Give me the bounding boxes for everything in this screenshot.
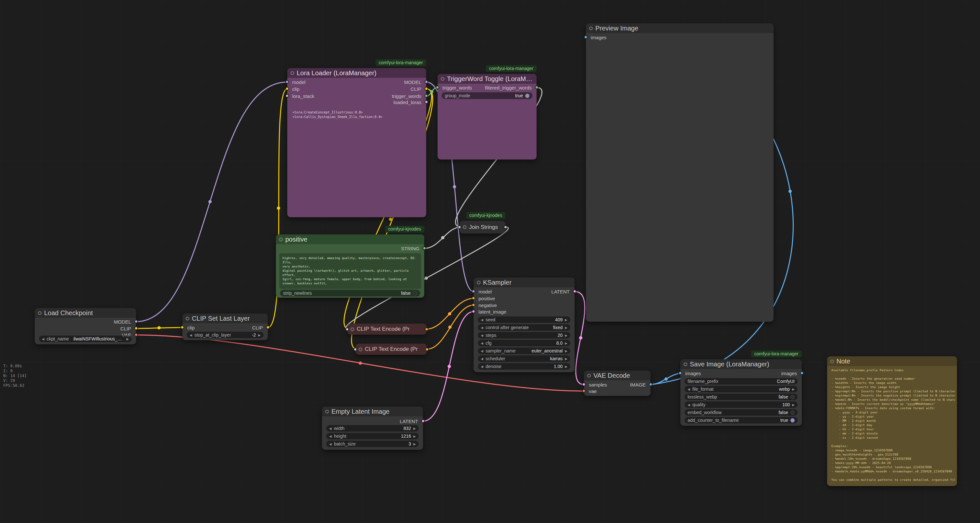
node-title-bar[interactable]: Preview Image bbox=[586, 23, 773, 33]
increment-arrow[interactable]: ▶ bbox=[258, 333, 261, 337]
widget-filename_prefix[interactable]: filename_prefixComfyUI bbox=[684, 378, 798, 385]
widget-value[interactable]: 3 bbox=[409, 441, 411, 447]
collapsed-output-port[interactable] bbox=[425, 347, 429, 351]
decrement-arrow[interactable]: ◀ bbox=[329, 434, 332, 438]
increment-arrow[interactable]: ▶ bbox=[413, 427, 416, 430]
widget-embed_workflow[interactable]: embed_workflowfalse bbox=[684, 409, 798, 416]
widget-value[interactable]: ComfyUI bbox=[777, 379, 795, 384]
widget-value[interactable]: ilwaiNSFWIllustrious_v110.s… bbox=[73, 336, 124, 341]
output-port-MODEL[interactable] bbox=[134, 320, 138, 323]
toggle-indicator[interactable] bbox=[413, 291, 417, 295]
output-port-IMAGE[interactable] bbox=[649, 383, 652, 386]
output-port-trigger_words[interactable] bbox=[425, 94, 428, 98]
toggle-indicator[interactable] bbox=[791, 418, 795, 423]
node-triggerword-toggle[interactable]: comfyui-lora-managerTriggerWord Toggle (… bbox=[438, 74, 536, 160]
output-port-loaded_loras[interactable] bbox=[425, 100, 428, 104]
input-port-images[interactable] bbox=[584, 35, 587, 39]
widget-ckpt_name[interactable]: ◀ckpt_nameilwaiNSFWIllustrious_v110.s…▶ bbox=[39, 335, 132, 342]
decrement-arrow[interactable]: ◀ bbox=[329, 442, 332, 446]
node-join-strings[interactable]: comfyui-kjnodesJoin Strings bbox=[460, 221, 506, 233]
toggle-indicator[interactable] bbox=[791, 410, 795, 415]
decrement-arrow[interactable]: ◀ bbox=[42, 337, 45, 341]
increment-arrow[interactable]: ▶ bbox=[565, 318, 568, 322]
collapsed-input-port[interactable] bbox=[345, 328, 349, 331]
decrement-arrow[interactable]: ◀ bbox=[481, 357, 484, 361]
node-title-bar[interactable]: Load Checkpoint bbox=[35, 308, 136, 318]
increment-arrow[interactable]: ▶ bbox=[565, 326, 568, 330]
node-clip-text-encode-negative[interactable]: CLIP Text Encode (Pr bbox=[355, 344, 427, 355]
widget-sampler_name[interactable]: ◀sampler_nameeuler_ancestral▶ bbox=[477, 347, 571, 354]
node-title-bar[interactable]: positive bbox=[276, 235, 424, 244]
collapsed-output-port[interactable] bbox=[425, 328, 428, 331]
input-port-negative[interactable] bbox=[472, 303, 475, 307]
widget-value[interactable]: false bbox=[778, 410, 788, 415]
increment-arrow[interactable]: ▶ bbox=[792, 387, 795, 391]
node-clip-text-encode-positive[interactable]: CLIP Text Encode (Pr bbox=[347, 323, 426, 334]
collapse-dot[interactable] bbox=[186, 317, 189, 320]
decrement-arrow[interactable]: ◀ bbox=[481, 349, 484, 353]
node-lora-loader[interactable]: comfyui-lora-managerLora Loader (LoraMan… bbox=[287, 68, 426, 217]
widget-stop_at_clip_layer[interactable]: ◀stop_at_clip_layer-2▶ bbox=[186, 331, 264, 339]
widget-control-after-generate[interactable]: ◀control after generatefixed▶ bbox=[477, 324, 571, 331]
widget-quality[interactable]: ◀quality100▶ bbox=[684, 401, 798, 408]
node-load-checkpoint[interactable]: Load CheckpointMODELCLIPVAE◀ckpt_nameilw… bbox=[35, 308, 136, 344]
node-title-bar[interactable]: VAE Decode bbox=[584, 371, 651, 380]
widget-file_format[interactable]: ◀file_formatwebp▶ bbox=[684, 385, 798, 393]
widget-scheduler[interactable]: ◀schedulerkarras▶ bbox=[477, 355, 571, 362]
collapse-dot[interactable] bbox=[38, 311, 41, 315]
output-port-CLIP[interactable] bbox=[134, 326, 138, 330]
widget-value[interactable]: euler_ancestral bbox=[532, 348, 563, 353]
widget-value[interactable]: -2 bbox=[252, 332, 256, 338]
decrement-arrow[interactable]: ◀ bbox=[687, 403, 690, 407]
decrement-arrow[interactable]: ◀ bbox=[481, 365, 484, 368]
widget-value[interactable]: false bbox=[778, 394, 788, 399]
widget-value[interactable]: 409 bbox=[555, 317, 563, 322]
collapse-dot[interactable] bbox=[351, 328, 354, 331]
prompt-textarea[interactable]: highres, very detailed, amazing quality,… bbox=[279, 253, 421, 289]
increment-arrow[interactable]: ▶ bbox=[792, 403, 795, 407]
node-title-bar[interactable]: Save Image (LoraManager) bbox=[680, 359, 802, 369]
node-clip-set-last-layer[interactable]: CLIP Set Last LayerclipCLIP◀stop_at_clip… bbox=[183, 314, 268, 340]
decrement-arrow[interactable]: ◀ bbox=[481, 334, 484, 337]
widget-value[interactable]: 20 bbox=[558, 333, 563, 338]
widget-lossless_webp[interactable]: lossless_webpfalse bbox=[684, 393, 798, 401]
collapse-dot[interactable] bbox=[463, 225, 466, 229]
widget-value[interactable]: true bbox=[780, 418, 788, 423]
output-port-filtered_trigger_words[interactable] bbox=[535, 86, 539, 89]
widget-add_counter_to_filename[interactable]: add_counter_to_filenametrue bbox=[684, 417, 798, 424]
node-graph-canvas[interactable]: Load CheckpointMODELCLIPVAE◀ckpt_nameilw… bbox=[0, 0, 980, 523]
collapsed-input-port[interactable] bbox=[353, 347, 357, 351]
input-port-positive[interactable] bbox=[472, 296, 475, 300]
increment-arrow[interactable]: ▶ bbox=[565, 357, 568, 361]
increment-arrow[interactable]: ▶ bbox=[126, 337, 129, 341]
node-title-bar[interactable]: Empty Latent Image bbox=[322, 407, 423, 416]
widget-batch_size[interactable]: ◀batch_size3▶ bbox=[326, 440, 419, 447]
note-text[interactable]: Available filename_prefix Pattern Codes … bbox=[831, 368, 955, 484]
node-ksampler[interactable]: KSamplermodelpositivenegativelatent_imag… bbox=[474, 277, 574, 372]
widget-value[interactable]: webp bbox=[779, 387, 790, 392]
node-empty-latent-image[interactable]: Empty Latent ImageLATENT◀width832▶◀heigh… bbox=[322, 407, 423, 450]
collapse-dot[interactable] bbox=[291, 71, 294, 75]
widget-steps[interactable]: ◀steps20▶ bbox=[477, 332, 571, 339]
decrement-arrow[interactable]: ◀ bbox=[481, 318, 484, 322]
toggle-indicator[interactable] bbox=[525, 94, 530, 98]
output-port-images[interactable] bbox=[800, 371, 804, 375]
node-title-bar[interactable]: CLIP Set Last Layer bbox=[183, 314, 268, 323]
widget-width[interactable]: ◀width832▶ bbox=[326, 425, 419, 432]
output-port-MODEL[interactable] bbox=[425, 80, 428, 84]
node-title-bar[interactable]: TriggerWord Toggle (LoraManager) bbox=[438, 74, 536, 84]
widget-value[interactable]: fixed bbox=[553, 325, 563, 330]
toggle-indicator[interactable] bbox=[791, 395, 795, 399]
widget-value[interactable]: 832 bbox=[404, 426, 411, 431]
node-title-bar[interactable]: Lora Loader (LoraManager) bbox=[287, 68, 426, 78]
node-title-bar[interactable]: CLIP Text Encode (Pr bbox=[347, 323, 426, 334]
collapse-dot[interactable] bbox=[589, 27, 593, 30]
output-port-STRING[interactable] bbox=[423, 246, 426, 250]
widget-height[interactable]: ◀height1216▶ bbox=[326, 433, 419, 440]
widget-value[interactable]: 1.00 bbox=[554, 364, 563, 369]
input-port-latent_image[interactable] bbox=[472, 310, 475, 313]
node-preview-image[interactable]: Preview Imageimages bbox=[586, 23, 773, 322]
node-title-bar[interactable]: KSampler bbox=[474, 277, 574, 287]
collapse-dot[interactable] bbox=[279, 238, 283, 241]
increment-arrow[interactable]: ▶ bbox=[565, 334, 568, 337]
